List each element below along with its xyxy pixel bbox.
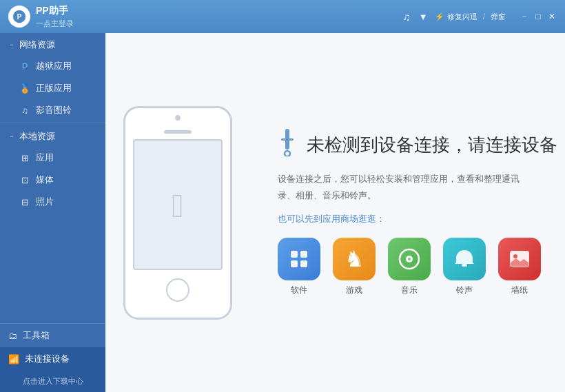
sidebar-item-apps[interactable]: ⊞ 应用 [0,147,105,169]
music-label: 音乐 [401,285,418,296]
svg-rect-12 [462,264,467,267]
software-icon [278,238,320,280]
repair-action[interactable]: ⚡ 修复闪退 [435,12,477,22]
divider-1 [0,123,105,123]
menu-icon: ▼ [419,12,428,22]
svg-rect-8 [300,260,307,267]
titlebar-left: P PP助手 一点主登录 [8,5,74,29]
app-info: PP助手 一点主登录 [36,5,74,29]
phone-camera [175,115,181,121]
no-device-desc: 设备连接之后，您可以轻松安装和管理应用，查看和整理通讯录、相册、音乐和铃声。 [278,171,557,203]
phone-speaker [164,130,192,134]
sidebar-item-photos[interactable]: ⊟ 照片 [0,191,105,213]
sidebar-item-jailbreak[interactable]: P 越狱应用 [0,55,105,77]
window-controls: － □ ✕ [520,12,557,21]
unconnected-label: 未连接设备 [25,353,70,365]
home-button [166,278,189,302]
collapse-icon-2: － [8,132,15,141]
toolbox-item[interactable]: 🗂 工具箱 [0,323,105,347]
unconnected-icon: 📶 [8,354,19,364]
main-layout: － 网络资源 P 越狱应用 🏅 正版应用 ♫ 影音图铃 － 本地资源 ⊞ 应用 … [0,33,565,392]
photos-label: 照片 [36,196,54,208]
photos-icon: ⊟ [19,196,30,207]
official-label: 正版应用 [36,82,72,94]
sidebar-footer[interactable]: 点击进入下载中心 [0,371,105,392]
app-logo: P [8,6,30,28]
svg-text:P: P [17,13,22,21]
app-grid: 软件 ♞ 游戏 [278,238,557,296]
svg-rect-5 [291,251,298,258]
svg-point-15 [513,254,517,258]
collapse-icon: － [8,40,15,50]
jailbreak-label: 越狱应用 [36,60,72,72]
titlebar: P PP助手 一点主登录 ♫ ▼ ⚡ 修复闪退 / 弹窗 － □ ✕ [0,0,565,33]
wallpaper-label: 墙纸 [511,285,528,296]
games-label: 游戏 [346,285,362,296]
maximize-button[interactable]: □ [533,12,543,21]
app-item-music[interactable]: 音乐 [388,238,431,296]
separator: / [483,12,485,21]
sidebar-item-media[interactable]: ⊡ 媒体 [0,169,105,191]
music-app-icon [388,238,431,280]
software-label: 软件 [291,285,307,296]
sidebar: － 网络资源 P 越狱应用 🏅 正版应用 ♫ 影音图铃 － 本地资源 ⊞ 应用 … [0,33,105,392]
local-section-label: 本地资源 [19,130,55,143]
svg-point-11 [408,258,411,260]
usb-icon [278,129,297,161]
ringtone-label: 铃声 [456,285,473,296]
media-icon: ⊡ [19,174,30,185]
no-device-title: 未检测到设备连接，请连接设备 [307,133,557,157]
network-section-header[interactable]: － 网络资源 [0,33,105,55]
official-icon: 🏅 [19,83,30,94]
ringtone-app-icon [443,238,486,280]
phone-body:  [123,106,232,320]
sidebar-item-official[interactable]: 🏅 正版应用 [0,77,105,99]
content-inner:  未检测到设备连接，请连接设备 [119,106,557,320]
phone-wrap:  [119,106,236,320]
toolbox-label: 工具箱 [23,329,50,342]
local-section-header[interactable]: － 本地资源 [0,125,105,147]
app-subtitle: 一点主登录 [36,19,74,29]
app-item-ringtone[interactable]: 铃声 [443,238,486,296]
phone-illustration:  [119,106,236,320]
app-item-wallpaper[interactable]: 墙纸 [498,238,541,296]
sidebar-bottom: 🗂 工具箱 📶 未连接设备 点击进入下载中心 [0,323,105,392]
app-item-games[interactable]: ♞ 游戏 [333,238,376,296]
media-label: 媒体 [36,174,54,186]
no-device-header: 未检测到设备连接，请连接设备 [278,129,557,161]
lightning-icon: ⚡ [435,12,444,21]
right-panel: 未检测到设备连接，请连接设备 设备连接之后，您可以轻松安装和管理应用，查看和整理… [278,129,557,296]
store-link[interactable]: 也可以先到应用商场逛逛： [278,213,557,225]
phone-screen:  [133,139,223,270]
minimize-button[interactable]: － [520,12,529,21]
apps-label: 应用 [36,152,54,164]
games-icon: ♞ [333,238,376,280]
toolbox-icon: 🗂 [8,331,17,341]
svg-rect-7 [291,260,298,267]
svg-rect-3 [281,138,294,141]
ringtone-icon: ♫ [19,105,30,116]
music-icon: ♫ [403,11,411,23]
apple-logo:  [172,187,184,225]
wallpaper-icon [498,238,541,280]
jailbreak-icon: P [19,61,30,72]
titlebar-right: ♫ ▼ ⚡ 修复闪退 / 弹窗 － □ ✕ [403,11,557,23]
close-button[interactable]: ✕ [547,12,557,21]
content-area:  未检测到设备连接，请连接设备 [105,33,565,392]
sidebar-item-ringtones[interactable]: ♫ 影音图铃 [0,99,105,121]
apps-icon: ⊞ [19,152,30,163]
app-item-software[interactable]: 软件 [278,238,320,296]
network-section-label: 网络资源 [19,39,55,51]
svg-rect-6 [300,251,307,258]
svg-point-4 [285,151,290,156]
app-name: PP助手 [36,5,74,17]
ringtone-label: 影音图铃 [36,104,72,116]
unconnected-item[interactable]: 📶 未连接设备 [0,347,105,371]
popup-action[interactable]: 弹窗 [491,12,506,22]
